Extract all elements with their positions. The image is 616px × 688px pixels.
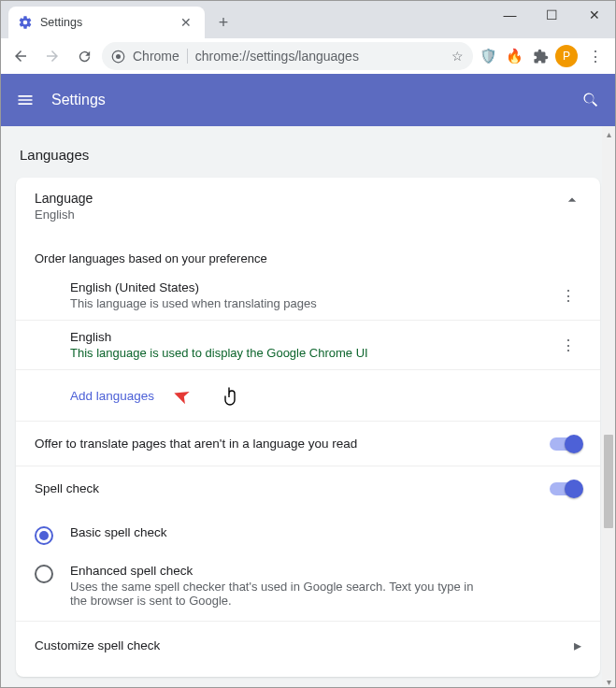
scroll-thumb[interactable] <box>604 435 613 528</box>
language-options-button[interactable]: ⋮ <box>555 343 581 348</box>
extension-icon-2[interactable]: 🔥 <box>503 45 525 67</box>
translate-offer-label: Offer to translate pages that aren't in … <box>35 437 550 451</box>
minimize-button[interactable]: — <box>489 1 531 29</box>
address-bar[interactable]: Chrome chrome://settings/languages ☆ <box>102 42 473 70</box>
language-expander[interactable]: Language English <box>16 178 600 235</box>
profile-avatar[interactable]: P <box>555 45 578 67</box>
radio-unchecked-icon <box>35 565 53 583</box>
bookmark-star-icon[interactable]: ☆ <box>451 49 464 64</box>
back-button[interactable] <box>7 42 35 70</box>
reload-button[interactable] <box>70 42 98 70</box>
language-row: English This language is used to display… <box>16 321 600 370</box>
window-controls: — ☐ ✕ <box>489 1 615 29</box>
scroll-down-icon[interactable]: ▾ <box>602 674 615 688</box>
chevron-up-icon <box>563 191 581 209</box>
svg-point-1 <box>116 54 121 59</box>
divider <box>187 49 188 64</box>
extension-icon-1[interactable]: 🛡️ <box>477 45 499 67</box>
languages-card: Language English Order languages based o… <box>16 178 600 677</box>
extensions-puzzle-icon[interactable] <box>529 45 552 67</box>
spellcheck-label: Spell check <box>35 481 550 495</box>
translate-toggle[interactable] <box>550 437 581 451</box>
settings-header: Settings <box>1 74 615 126</box>
forward-button[interactable] <box>38 42 66 70</box>
settings-title: Settings <box>51 92 581 108</box>
language-name: English (United States) <box>70 280 555 294</box>
chrome-menu-button[interactable]: ⋮ <box>581 42 609 70</box>
search-icon[interactable] <box>581 91 600 109</box>
close-tab-icon[interactable]: ✕ <box>177 15 195 30</box>
enhanced-spellcheck-label: Enhanced spell check <box>70 564 481 578</box>
site-info-icon[interactable] <box>111 50 125 64</box>
current-language: English <box>35 208 563 222</box>
address-url: chrome://settings/languages <box>195 49 359 64</box>
add-languages-link[interactable]: Add languages ➤ <box>16 370 600 421</box>
basic-spellcheck-label: Basic spell check <box>70 525 167 539</box>
spellcheck-toggle[interactable] <box>550 482 581 495</box>
menu-icon[interactable] <box>16 91 35 109</box>
language-heading: Language <box>35 191 563 206</box>
enhanced-spellcheck-desc: Uses the same spell checker that's used … <box>70 580 481 608</box>
language-name: English <box>70 330 555 344</box>
spellcheck-row: Spell check <box>16 466 600 510</box>
section-title: Languages <box>1 126 615 178</box>
radio-checked-icon <box>35 526 53 545</box>
scroll-up-icon[interactable]: ▴ <box>602 126 615 141</box>
tab-title: Settings <box>40 16 177 29</box>
basic-spellcheck-option[interactable]: Basic spell check <box>35 516 581 554</box>
settings-content: Languages Language English Order languag… <box>1 126 615 688</box>
language-desc: This language is used when translating p… <box>70 296 555 310</box>
address-label: Chrome <box>133 49 179 64</box>
language-options-button[interactable]: ⋮ <box>555 294 581 298</box>
customize-spellcheck-row[interactable]: Customize spell check ▸ <box>16 622 600 669</box>
window-titlebar: Settings ✕ + — ☐ ✕ <box>1 1 615 38</box>
spellcheck-options: Basic spell check Enhanced spell check U… <box>16 510 600 621</box>
new-tab-button[interactable]: + <box>210 9 236 36</box>
scrollbar[interactable]: ▴ ▾ <box>602 126 615 688</box>
language-row: English (United States) This language is… <box>16 271 600 321</box>
toolbar: Chrome chrome://settings/languages ☆ 🛡️ … <box>1 38 615 74</box>
annotation-arrow: ➤ <box>169 381 193 410</box>
enhanced-spellcheck-option[interactable]: Enhanced spell check Uses the same spell… <box>35 554 581 617</box>
order-instruction: Order languages based on your preference <box>16 235 600 271</box>
gear-icon <box>18 15 33 30</box>
customize-spellcheck-label: Customize spell check <box>35 638 574 652</box>
chevron-right-icon: ▸ <box>574 637 581 654</box>
language-desc: This language is used to display the Goo… <box>70 346 555 360</box>
translate-offer-row: Offer to translate pages that aren't in … <box>16 422 600 466</box>
browser-tab[interactable]: Settings ✕ <box>8 7 205 38</box>
close-window-button[interactable]: ✕ <box>573 1 615 29</box>
maximize-button[interactable]: ☐ <box>531 1 573 29</box>
